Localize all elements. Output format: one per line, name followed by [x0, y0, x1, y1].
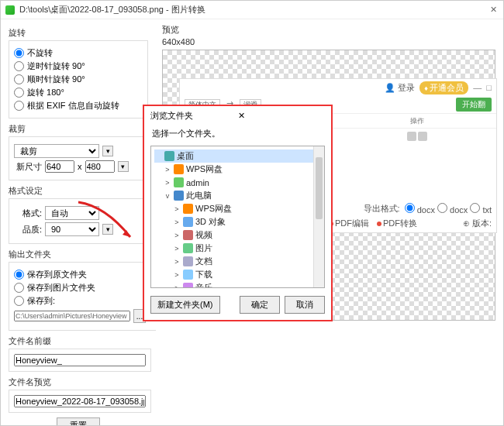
app-icon: [5, 5, 15, 15]
output-option[interactable]: 保存到图片文件夹: [14, 282, 156, 294]
crop-heading: 裁剪: [9, 123, 148, 135]
expand-icon[interactable]: >: [164, 166, 171, 173]
rotate-option[interactable]: 旋转 180°: [14, 87, 143, 98]
titlebar: D:\tools\桌面\2022-08-17_093058.png - 图片转换…: [1, 1, 503, 19]
preview-input[interactable]: [14, 395, 146, 407]
ok-button[interactable]: 确定: [240, 296, 280, 314]
expand-icon[interactable]: >: [173, 245, 181, 253]
folder-icon: [183, 204, 193, 214]
expand-icon[interactable]: >: [173, 205, 181, 213]
tree-item[interactable]: 桌面: [154, 149, 321, 163]
left-panel: 旋转 不旋转逆时针旋转 90°顺时针旋转 90°旋转 180°根据 EXIF 信…: [1, 19, 156, 426]
tab-link[interactable]: PDF转换: [377, 218, 417, 229]
start-button[interactable]: 开始翻: [456, 98, 492, 112]
rotate-option[interactable]: 顺时针旋转 90°: [14, 74, 143, 85]
expand-icon[interactable]: >: [173, 284, 181, 289]
tree-item[interactable]: >图片: [154, 242, 321, 255]
dialog-close-icon[interactable]: ✕: [238, 111, 326, 121]
close-icon[interactable]: ✕: [488, 5, 499, 15]
prefix-group: [9, 349, 151, 372]
folder-tree[interactable]: 桌面>WPS网盘>adminv此电脑>WPS网盘>3D 对象>视频>图片>文档>…: [150, 146, 325, 288]
new-folder-button[interactable]: 新建文件夹(M): [150, 296, 220, 314]
quality-step-icon[interactable]: ▾: [102, 224, 113, 235]
tree-item[interactable]: >WPS网盘: [154, 163, 321, 176]
tree-item[interactable]: >下载: [154, 268, 321, 281]
folder-icon: [164, 151, 174, 161]
fmt-radio[interactable]: docx: [405, 205, 437, 215]
preview-group: [9, 390, 151, 413]
browse-folder-dialog: 浏览文件夹 ✕ 选择一个文件夹。 桌面>WPS网盘>adminv此电脑>WPS网…: [143, 105, 333, 321]
preview-label: 文件名预览: [9, 376, 148, 388]
fmt-label: 格式:: [14, 208, 42, 219]
path-input[interactable]: [14, 311, 130, 321]
folder-icon: [174, 191, 184, 201]
tree-item[interactable]: >admin: [154, 176, 321, 189]
expand-icon[interactable]: >: [173, 218, 181, 226]
tree-item[interactable]: >WPS网盘: [154, 202, 321, 215]
crop-mode-select[interactable]: 裁剪: [14, 144, 99, 158]
prefix-input[interactable]: [14, 354, 146, 366]
expand-icon[interactable]: >: [173, 232, 181, 239]
rotate-option[interactable]: 根据 EXIF 信息自动旋转: [14, 100, 143, 112]
scrollbar[interactable]: [313, 146, 324, 287]
format-select[interactable]: 自动: [45, 206, 99, 220]
expand-icon[interactable]: >: [173, 271, 181, 279]
vip-button[interactable]: ♦ 开通会员: [419, 81, 468, 94]
fmt-radio[interactable]: txt: [470, 205, 492, 215]
rotate-group: 不旋转逆时针旋转 90°顺时针旋转 90°旋转 180°根据 EXIF 信息自动…: [9, 40, 148, 119]
tab-link[interactable]: PDF编辑: [329, 218, 369, 229]
folder-icon: [174, 177, 184, 187]
expand-icon[interactable]: >: [173, 258, 181, 266]
tree-item[interactable]: >音乐: [154, 281, 321, 288]
size-step-icon[interactable]: ▾: [118, 161, 129, 172]
folder-icon: [183, 283, 193, 288]
min-icon[interactable]: —: [473, 83, 482, 92]
tree-item[interactable]: >3D 对象: [154, 215, 321, 228]
version-label: ⊕ 版本:: [463, 218, 492, 229]
output-heading: 输出文件夹: [9, 249, 148, 260]
format-heading: 格式设定: [9, 185, 148, 197]
quality-select[interactable]: 90: [45, 222, 99, 236]
tree-item[interactable]: >文档: [154, 255, 321, 268]
preview-dims: 640x480: [162, 37, 497, 46]
row-action-icon[interactable]: [418, 132, 427, 141]
cancel-button[interactable]: 取消: [285, 296, 325, 314]
rotate-option[interactable]: 不旋转: [14, 47, 143, 59]
x-separator: x: [78, 162, 82, 171]
folder-icon: [183, 230, 193, 240]
dialog-title: 浏览文件夹: [150, 110, 238, 122]
dialog-subtitle: 选择一个文件夹。: [144, 125, 331, 143]
expand-icon[interactable]: v: [164, 192, 171, 200]
reset-button[interactable]: 重置: [57, 417, 100, 426]
preview-heading: 预览: [162, 24, 497, 36]
window-title: D:\tools\桌面\2022-08-17_093058.png - 图片转换: [19, 4, 488, 15]
crop-step-icon[interactable]: ▾: [102, 146, 113, 156]
output-option[interactable]: 保存到原文件夹: [14, 269, 156, 280]
width-input[interactable]: [45, 160, 74, 173]
folder-icon: [174, 164, 184, 174]
fmt-radio[interactable]: docx: [437, 205, 470, 215]
max-icon[interactable]: □: [486, 83, 492, 92]
rotate-option[interactable]: 逆时针旋转 90°: [14, 60, 143, 72]
height-input[interactable]: [85, 160, 115, 173]
expand-icon[interactable]: >: [164, 179, 171, 187]
output-group: 保存到原文件夹保存到图片文件夹保存到:...▾: [9, 262, 156, 331]
format-group: 格式: 自动 品质: 90 ▾: [9, 198, 148, 244]
folder-icon: [183, 243, 193, 253]
tree-item[interactable]: >视频: [154, 228, 321, 242]
prefix-label: 文件名前缀: [9, 335, 148, 347]
row-action-icon[interactable]: [407, 132, 416, 141]
rotate-heading: 旋转: [9, 27, 148, 39]
folder-icon: [183, 256, 193, 266]
folder-icon: [183, 217, 193, 227]
user-icon[interactable]: 👤 登录: [385, 82, 415, 94]
output-option[interactable]: 保存到:: [14, 295, 156, 307]
size-label: 新尺寸: [14, 161, 42, 173]
tree-item[interactable]: v此电脑: [154, 189, 321, 202]
quality-label: 品质:: [14, 224, 42, 235]
crop-group: 裁剪 ▾ 新尺寸 x ▾: [9, 136, 148, 180]
folder-icon: [183, 270, 193, 280]
